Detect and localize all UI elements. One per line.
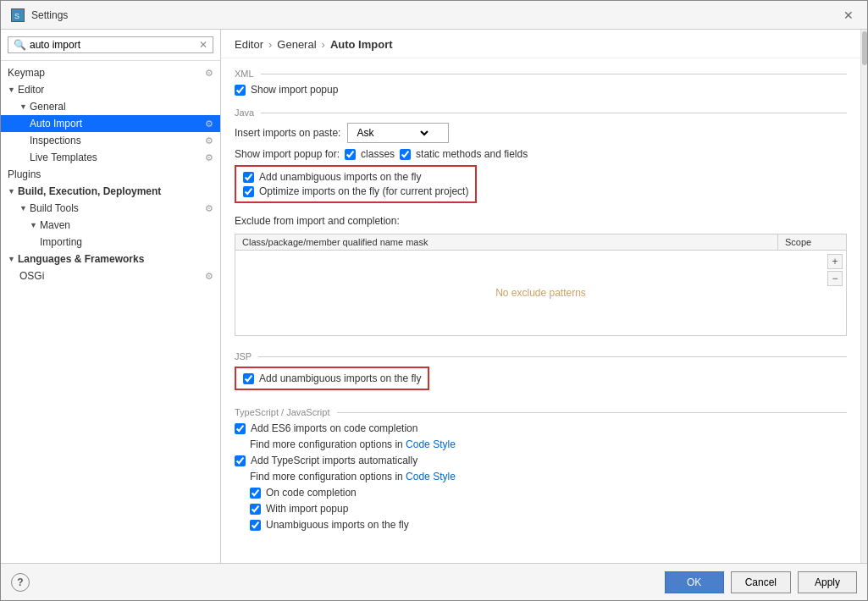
add-unambiguous-java-label: Add unambiguous imports on the fly <box>259 171 421 183</box>
optimize-imports-checkbox[interactable] <box>243 186 254 197</box>
sidebar-item-label: Keymap <box>8 67 45 79</box>
table-add-button[interactable]: + <box>827 254 843 269</box>
gear-icon: ⚙ <box>205 203 213 214</box>
cancel-button[interactable]: Cancel <box>731 571 791 593</box>
classes-checkbox[interactable] <box>345 149 356 160</box>
chevron-down-icon: ▼ <box>19 102 28 111</box>
sidebar-item-label: Editor <box>18 84 44 96</box>
dialog-footer: ? OK Cancel Apply <box>1 563 867 600</box>
chevron-down-icon: ▼ <box>30 221 38 229</box>
chevron-down-icon: ▼ <box>8 85 16 94</box>
with-import-popup-checkbox[interactable] <box>250 504 261 515</box>
exclude-table: Class/package/member qualified name mask… <box>235 234 847 336</box>
dialog-title: Settings <box>31 9 68 21</box>
on-code-completion-label: On code completion <box>266 487 357 499</box>
classes-label: classes <box>361 148 395 160</box>
table-col2-header: Scope <box>778 234 846 250</box>
insert-imports-label: Insert imports on paste: <box>235 127 340 139</box>
gear-icon: ⚙ <box>205 68 213 79</box>
help-button[interactable]: ? <box>11 573 30 592</box>
sidebar-item-keymap[interactable]: Keymap ⚙ <box>1 64 220 81</box>
add-unambiguous-isp-checkbox[interactable] <box>243 373 254 384</box>
exclude-table-body: No exclude patterns + − <box>235 251 846 335</box>
insert-imports-select-wrapper[interactable]: Ask Always Never <box>347 123 449 143</box>
search-clear-button[interactable]: ✕ <box>199 39 207 51</box>
gear-icon: ⚙ <box>205 152 213 163</box>
ok-button[interactable]: OK <box>665 571 724 593</box>
sidebar-item-build-tools[interactable]: ▼ Build Tools ⚙ <box>1 200 220 217</box>
sidebar-item-label: Languages & Frameworks <box>18 253 144 265</box>
xml-section: XML Show import popup <box>235 69 847 96</box>
isp-section-label: JSP <box>235 351 847 361</box>
add-es6-label: Add ES6 imports on code completion <box>251 422 417 434</box>
unambiguous-fly-label: Unambiguous imports on the fly <box>266 519 409 531</box>
close-button[interactable]: ✕ <box>840 7 857 24</box>
add-es6-checkbox[interactable] <box>235 423 246 434</box>
find-more-2-prefix: Find more configuration options in <box>250 471 406 482</box>
sidebar-item-label: Live Templates <box>30 152 97 163</box>
dialog-body: 🔍 ✕ Keymap ⚙ ▼ Editor <box>1 30 867 563</box>
search-wrapper: 🔍 ✕ <box>8 36 213 53</box>
content-scroll: XML Show import popup Java Insert import… <box>221 58 860 563</box>
table-actions: + − <box>827 254 843 286</box>
with-import-popup-label: With import popup <box>266 503 348 515</box>
sidebar-item-build-execution[interactable]: ▼ Build, Execution, Deployment <box>1 183 220 200</box>
code-style-link-1[interactable]: Code Style <box>406 438 456 450</box>
sidebar-item-label: Plugins <box>8 168 41 180</box>
sidebar-item-languages[interactable]: ▼ Languages & Frameworks <box>1 251 220 267</box>
table-remove-button[interactable]: − <box>827 271 843 286</box>
exclude-label: Exclude from import and completion: <box>235 215 847 227</box>
code-style-link-2[interactable]: Code Style <box>406 471 456 482</box>
insert-imports-select[interactable]: Ask Always Never <box>353 126 431 140</box>
apply-button[interactable]: Apply <box>798 571 857 593</box>
sidebar-item-inspections[interactable]: Inspections ⚙ <box>1 132 220 149</box>
sidebar-item-label: Build, Execution, Deployment <box>18 185 161 197</box>
footer-right: OK Cancel Apply <box>665 571 857 593</box>
breadcrumb: Editor › General › Auto Import <box>221 30 860 58</box>
exclude-section: Exclude from import and completion: Clas… <box>235 215 847 339</box>
breadcrumb-sep2: › <box>322 38 325 51</box>
scrollbar-thumb <box>862 31 867 65</box>
sidebar-item-general[interactable]: ▼ General <box>1 98 220 115</box>
typescript-section-label: TypeScript / JavaScript <box>235 407 847 417</box>
table-col1-header: Class/package/member qualified name mask <box>235 234 778 250</box>
optimize-imports-row: Optimize imports on the fly (for current… <box>243 185 468 197</box>
breadcrumb-sep1: › <box>268 38 272 51</box>
exclude-table-wrapper: Class/package/member qualified name mask… <box>235 230 847 339</box>
show-import-popup-java-label: Show import popup for: <box>235 148 340 160</box>
isp-section: JSP Add unambiguous imports on the fly <box>235 351 847 395</box>
title-bar-left: S Settings <box>11 8 68 22</box>
sidebar-item-osgi[interactable]: OSGi ⚙ <box>1 267 220 284</box>
xml-section-label: XML <box>235 69 847 79</box>
sidebar-item-editor[interactable]: ▼ Editor <box>1 81 220 98</box>
java-section: Java Insert imports on paste: Ask Always… <box>235 108 847 339</box>
add-typescript-row: Add TypeScript imports automatically <box>235 455 847 466</box>
sidebar-item-maven[interactable]: ▼ Maven <box>1 217 220 234</box>
search-box: 🔍 ✕ <box>1 30 220 61</box>
content-panel: Editor › General › Auto Import XML Show … <box>221 30 860 563</box>
show-import-popup-java-row: Show import popup for: classes static me… <box>235 148 847 160</box>
insert-imports-row: Insert imports on paste: Ask Always Neve… <box>235 123 847 143</box>
search-icon: 🔍 <box>14 39 26 51</box>
add-typescript-checkbox[interactable] <box>235 455 246 466</box>
sidebar-item-auto-import[interactable]: Auto Import ⚙ <box>1 115 220 132</box>
add-unambiguous-java-row: Add unambiguous imports on the fly <box>243 171 468 183</box>
unambiguous-fly-checkbox[interactable] <box>250 520 261 531</box>
chevron-down-icon: ▼ <box>8 255 16 263</box>
breadcrumb-part1: Editor <box>235 38 263 51</box>
sidebar-item-label: Inspections <box>30 135 81 146</box>
search-input[interactable] <box>30 39 196 51</box>
sidebar-item-plugins[interactable]: Plugins <box>1 166 220 183</box>
sidebar-item-importing[interactable]: Importing <box>1 234 220 251</box>
sidebar-item-label: General <box>30 101 66 113</box>
add-unambiguous-java-checkbox[interactable] <box>243 172 254 183</box>
show-import-popup-checkbox[interactable] <box>235 85 246 96</box>
scrollbar[interactable] <box>860 30 867 563</box>
sidebar-item-live-templates[interactable]: Live Templates ⚙ <box>1 149 220 166</box>
exclude-table-header: Class/package/member qualified name mask… <box>235 234 846 251</box>
on-code-completion-checkbox[interactable] <box>250 488 261 499</box>
show-import-popup-row: Show import popup <box>235 84 847 96</box>
on-code-completion-row: On code completion <box>250 487 847 499</box>
static-methods-checkbox[interactable] <box>400 149 411 160</box>
sidebar-tree: Keymap ⚙ ▼ Editor ▼ General <box>1 61 220 563</box>
